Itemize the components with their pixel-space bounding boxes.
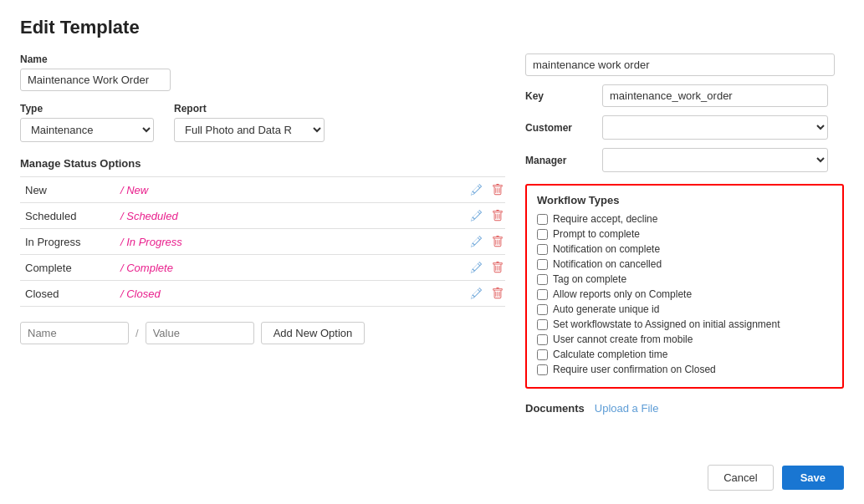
workflow-item: Set workflowstate to Assigned on initial… [537, 318, 832, 330]
notification-on-complete-label[interactable]: Notification on complete [553, 243, 660, 255]
manager-select[interactable] [602, 148, 828, 172]
status-name-scheduled: Scheduled [20, 210, 120, 222]
edit-icon [470, 288, 482, 299]
right-name-input[interactable] [525, 53, 835, 76]
status-actions-inprogress [468, 234, 505, 249]
notification-on-cancelled-checkbox[interactable] [537, 259, 548, 270]
status-name-closed: Closed [20, 288, 120, 300]
status-actions-scheduled [468, 208, 505, 223]
workflow-item: Prompt to complete [537, 228, 832, 240]
allow-reports-only-checkbox[interactable] [537, 289, 548, 300]
edit-icon [470, 262, 482, 273]
key-input[interactable] [602, 84, 828, 107]
auto-generate-id-checkbox[interactable] [537, 304, 548, 315]
prompt-to-complete-checkbox[interactable] [537, 229, 548, 240]
key-row: Key [525, 84, 844, 107]
workflow-item: Require accept, decline [537, 213, 832, 225]
status-value-new: / New [120, 184, 468, 196]
trash-icon [492, 210, 504, 221]
name-label: Name [20, 53, 505, 65]
customer-label: Customer [525, 122, 592, 134]
edit-new-button[interactable] [468, 182, 483, 197]
customer-row: Customer [525, 115, 844, 140]
type-select[interactable]: Maintenance Inspection General [20, 118, 154, 142]
calculate-completion-time-label[interactable]: Calculate completion time [553, 349, 667, 360]
tag-on-complete-label[interactable]: Tag on complete [553, 273, 626, 285]
user-cannot-create-mobile-label[interactable]: User cannot create from mobile [553, 333, 693, 345]
status-row: In Progress / In Progress [20, 228, 505, 254]
auto-generate-id-label[interactable]: Auto generate unique id [553, 303, 659, 315]
calculate-completion-time-checkbox[interactable] [537, 349, 548, 360]
status-row: Complete / Complete [20, 254, 505, 280]
add-option-value-input[interactable] [146, 322, 254, 344]
status-row: Scheduled / Scheduled [20, 202, 505, 228]
right-name-row [525, 53, 844, 76]
report-label: Report [174, 103, 325, 115]
edit-icon [470, 184, 482, 196]
trash-icon [492, 288, 504, 299]
workflow-item: Auto generate unique id [537, 303, 832, 315]
key-label: Key [525, 90, 592, 102]
status-value-inprogress: / In Progress [120, 236, 468, 248]
trash-icon [492, 236, 504, 247]
type-label: Type [20, 103, 154, 115]
status-name-complete: Complete [20, 262, 120, 274]
trash-icon [492, 184, 504, 196]
user-cannot-create-mobile-checkbox[interactable] [537, 334, 548, 345]
workflow-item: Notification on cancelled [537, 258, 832, 270]
trash-icon [492, 262, 504, 273]
prompt-to-complete-label[interactable]: Prompt to complete [553, 228, 640, 240]
status-value-complete: / Complete [120, 262, 468, 274]
workflow-item: User cannot create from mobile [537, 333, 832, 345]
edit-complete-button[interactable] [468, 260, 483, 275]
status-actions-complete [468, 260, 505, 275]
right-column: Key Customer Manager Workflow Types [525, 53, 844, 491]
manager-row: Manager [525, 148, 844, 172]
customer-select[interactable] [602, 115, 828, 140]
set-workflowstate-label[interactable]: Set workflowstate to Assigned on initial… [553, 318, 780, 330]
require-accept-decline-label[interactable]: Require accept, decline [553, 213, 657, 225]
require-user-confirmation-label[interactable]: Require user confirmation on Closed [553, 364, 716, 375]
set-workflowstate-checkbox[interactable] [537, 319, 548, 330]
option-separator: / [135, 327, 139, 339]
manage-status-title: Manage Status Options [20, 157, 505, 170]
status-value-scheduled: / Scheduled [120, 210, 468, 222]
workflow-item: Calculate completion time [537, 349, 832, 360]
edit-scheduled-button[interactable] [468, 208, 483, 223]
status-name-new: New [20, 184, 120, 196]
documents-label: Documents [525, 402, 585, 415]
notification-on-complete-checkbox[interactable] [537, 244, 548, 255]
delete-closed-button[interactable] [490, 286, 505, 301]
workflow-types-title: Workflow Types [537, 194, 832, 206]
require-accept-decline-checkbox[interactable] [537, 214, 548, 225]
template-name-input[interactable] [20, 69, 171, 91]
add-option-name-input[interactable] [20, 322, 129, 344]
left-column: Name Type Maintenance Inspection General… [20, 53, 505, 491]
edit-icon [470, 236, 482, 247]
upload-file-link[interactable]: Upload a File [595, 402, 659, 415]
edit-closed-button[interactable] [468, 286, 483, 301]
page-title: Edit Template [20, 17, 844, 38]
workflow-item: Require user confirmation on Closed [537, 364, 832, 375]
notification-on-cancelled-label[interactable]: Notification on cancelled [553, 258, 662, 270]
edit-inprogress-button[interactable] [468, 234, 483, 249]
save-button[interactable]: Save [782, 466, 844, 490]
delete-inprogress-button[interactable] [490, 234, 505, 249]
status-actions-closed [468, 286, 505, 301]
status-actions-new [468, 182, 505, 197]
delete-complete-button[interactable] [490, 260, 505, 275]
allow-reports-only-label[interactable]: Allow reports only on Complete [553, 288, 692, 300]
workflow-item: Notification on complete [537, 243, 832, 255]
require-user-confirmation-checkbox[interactable] [537, 364, 548, 375]
manager-label: Manager [525, 155, 592, 166]
delete-new-button[interactable] [490, 182, 505, 197]
workflow-item: Tag on complete [537, 273, 832, 285]
tag-on-complete-checkbox[interactable] [537, 274, 548, 285]
delete-scheduled-button[interactable] [490, 208, 505, 223]
add-new-option-button[interactable]: Add New Option [261, 322, 366, 344]
add-option-row: / Add New Option [20, 322, 505, 344]
report-select[interactable]: Full Photo and Data R Standard Summary [174, 118, 325, 142]
footer-buttons: Cancel Save [708, 465, 844, 491]
cancel-button[interactable]: Cancel [708, 465, 773, 491]
status-name-inprogress: In Progress [20, 236, 120, 248]
